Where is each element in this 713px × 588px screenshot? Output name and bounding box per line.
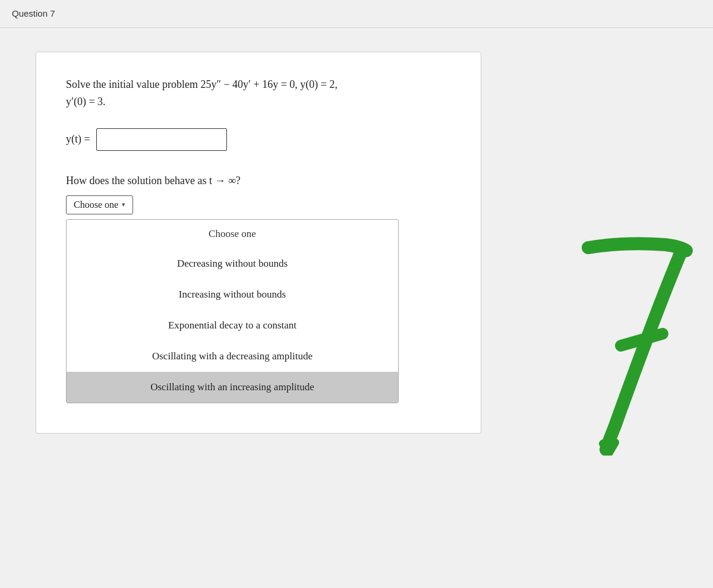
dropdown-option-oscillating-decreasing[interactable]: Oscillating with a decreasing amplitude	[67, 341, 398, 372]
answer-input[interactable]	[96, 128, 227, 151]
answer-row: y(t) =	[66, 128, 451, 151]
problem-line2: y′(0) = 3.	[66, 93, 451, 110]
page-title: Question 7	[12, 8, 55, 18]
main-content: Solve the initial value problem 25y″ − 4…	[0, 28, 713, 457]
dropdown-trigger[interactable]: Choose one ▾	[66, 195, 133, 214]
dropdown-trigger-label: Choose one	[74, 200, 118, 210]
answer-label: y(t) =	[66, 133, 90, 146]
annotation-seven	[570, 230, 701, 456]
problem-line1: Solve the initial value problem 25y″ − 4…	[66, 76, 451, 93]
page-header: Question 7	[0, 0, 713, 28]
dropdown-option-increasing[interactable]: Increasing without bounds	[67, 279, 398, 310]
chevron-down-icon: ▾	[122, 201, 125, 208]
dropdown-option-oscillating-increasing[interactable]: Oscillating with an increasing amplitude	[67, 372, 398, 403]
dropdown-menu: Choose one Decreasing without bounds Inc…	[66, 219, 399, 403]
dropdown-option-header[interactable]: Choose one	[67, 220, 398, 248]
problem-text: Solve the initial value problem 25y″ − 4…	[66, 76, 451, 110]
dropdown-option-exponential[interactable]: Exponential decay to a constant	[67, 310, 398, 341]
question-card: Solve the initial value problem 25y″ − 4…	[36, 52, 481, 434]
behavior-question: How does the solution behave as t → ∞?	[66, 175, 451, 187]
dropdown-option-decreasing[interactable]: Decreasing without bounds	[67, 248, 398, 279]
